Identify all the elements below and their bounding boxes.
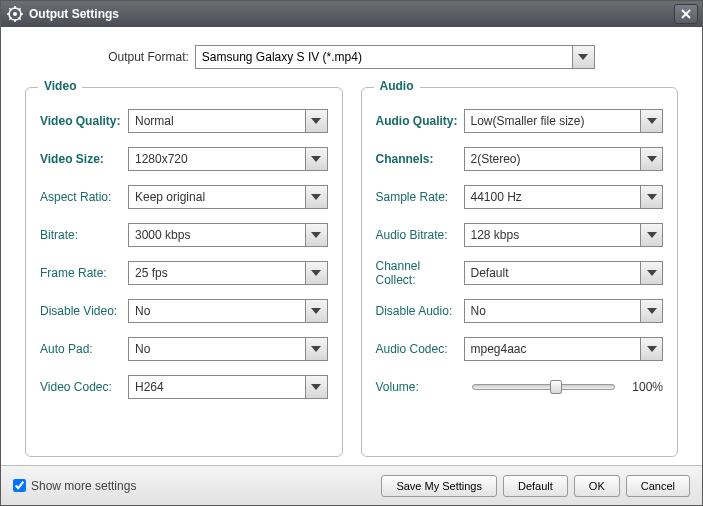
audio-quality-row: Audio Quality: Low(Smaller file size) <box>376 102 664 140</box>
disable-audio-label: Disable Audio: <box>376 304 464 318</box>
video-quality-row: Video Quality: Normal <box>40 102 328 140</box>
aspect-ratio-row: Aspect Ratio: Keep original <box>40 178 328 216</box>
frame-rate-label: Frame Rate: <box>40 266 128 280</box>
output-format-label: Output Format: <box>108 50 189 64</box>
chevron-down-icon <box>305 376 327 398</box>
chevron-down-icon <box>305 110 327 132</box>
video-legend: Video <box>38 79 82 93</box>
disable-video-label: Disable Video: <box>40 304 128 318</box>
volume-value: 100% <box>623 380 663 394</box>
audio-fieldset: Audio Audio Quality: Low(Smaller file si… <box>361 87 679 457</box>
chevron-down-icon <box>305 262 327 284</box>
window-title: Output Settings <box>29 7 674 21</box>
chevron-down-icon <box>305 338 327 360</box>
show-more-checkbox[interactable] <box>13 479 26 492</box>
auto-pad-value: No <box>135 342 150 356</box>
content-area: Output Format: Samsung Galaxy S IV (*.mp… <box>1 27 702 465</box>
frame-rate-select[interactable]: 25 fps <box>128 261 328 285</box>
video-quality-value: Normal <box>135 114 174 128</box>
auto-pad-select[interactable]: No <box>128 337 328 361</box>
audio-quality-select[interactable]: Low(Smaller file size) <box>464 109 664 133</box>
channels-value: 2(Stereo) <box>471 152 521 166</box>
aspect-ratio-label: Aspect Ratio: <box>40 190 128 204</box>
video-quality-select[interactable]: Normal <box>128 109 328 133</box>
audio-bitrate-label: Audio Bitrate: <box>376 228 464 242</box>
gear-icon <box>7 6 23 22</box>
sample-rate-label: Sample Rate: <box>376 190 464 204</box>
audio-quality-label: Audio Quality: <box>376 114 464 128</box>
titlebar: Output Settings <box>1 1 702 27</box>
disable-video-row: Disable Video: No <box>40 292 328 330</box>
video-codec-row: Video Codec: H264 <box>40 368 328 406</box>
audio-codec-row: Audio Codec: mpeg4aac <box>376 330 664 368</box>
audio-bitrate-value: 128 kbps <box>471 228 520 242</box>
video-bitrate-label: Bitrate: <box>40 228 128 242</box>
chevron-down-icon <box>640 338 662 360</box>
video-size-value: 1280x720 <box>135 152 188 166</box>
auto-pad-label: Auto Pad: <box>40 342 128 356</box>
video-bitrate-value: 3000 kbps <box>135 228 190 242</box>
disable-video-select[interactable]: No <box>128 299 328 323</box>
video-size-label: Video Size: <box>40 152 128 166</box>
disable-audio-value: No <box>471 304 486 318</box>
audio-codec-select[interactable]: mpeg4aac <box>464 337 664 361</box>
cancel-button[interactable]: Cancel <box>626 475 690 497</box>
video-codec-value: H264 <box>135 380 164 394</box>
volume-label: Volume: <box>376 380 464 394</box>
video-size-row: Video Size: 1280x720 <box>40 140 328 178</box>
svg-point-1 <box>13 12 17 16</box>
frame-rate-value: 25 fps <box>135 266 168 280</box>
save-my-settings-button[interactable]: Save My Settings <box>381 475 497 497</box>
channel-collect-select[interactable]: Default <box>464 261 664 285</box>
audio-quality-value: Low(Smaller file size) <box>471 114 585 128</box>
footer: Show more settings Save My Settings Defa… <box>1 465 702 505</box>
show-more-label: Show more settings <box>31 479 136 493</box>
chevron-down-icon <box>640 186 662 208</box>
ok-button[interactable]: OK <box>574 475 620 497</box>
sample-rate-value: 44100 Hz <box>471 190 522 204</box>
aspect-ratio-value: Keep original <box>135 190 205 204</box>
aspect-ratio-select[interactable]: Keep original <box>128 185 328 209</box>
channels-row: Channels: 2(Stereo) <box>376 140 664 178</box>
close-icon <box>680 8 692 20</box>
chevron-down-icon <box>572 46 594 68</box>
volume-thumb[interactable] <box>550 380 562 394</box>
close-button[interactable] <box>674 4 698 24</box>
output-settings-window: Output Settings Output Format: Samsung G… <box>0 0 703 506</box>
video-size-select[interactable]: 1280x720 <box>128 147 328 171</box>
channels-select[interactable]: 2(Stereo) <box>464 147 664 171</box>
sample-rate-row: Sample Rate: 44100 Hz <box>376 178 664 216</box>
output-format-row: Output Format: Samsung Galaxy S IV (*.mp… <box>25 45 678 69</box>
default-button[interactable]: Default <box>503 475 568 497</box>
sample-rate-select[interactable]: 44100 Hz <box>464 185 664 209</box>
volume-slider[interactable] <box>472 384 616 390</box>
channel-collect-row: Channel Collect: Default <box>376 254 664 292</box>
output-format-select[interactable]: Samsung Galaxy S IV (*.mp4) <box>195 45 595 69</box>
video-codec-select[interactable]: H264 <box>128 375 328 399</box>
video-codec-label: Video Codec: <box>40 380 128 394</box>
disable-video-value: No <box>135 304 150 318</box>
show-more-settings[interactable]: Show more settings <box>13 479 136 493</box>
chevron-down-icon <box>305 224 327 246</box>
frame-rate-row: Frame Rate: 25 fps <box>40 254 328 292</box>
audio-bitrate-row: Audio Bitrate: 128 kbps <box>376 216 664 254</box>
video-fieldset: Video Video Quality: Normal Video Size: … <box>25 87 343 457</box>
channel-collect-value: Default <box>471 266 509 280</box>
video-quality-label: Video Quality: <box>40 114 128 128</box>
audio-legend: Audio <box>374 79 420 93</box>
chevron-down-icon <box>305 148 327 170</box>
columns: Video Video Quality: Normal Video Size: … <box>25 87 678 457</box>
channels-label: Channels: <box>376 152 464 166</box>
chevron-down-icon <box>305 186 327 208</box>
output-format-value: Samsung Galaxy S IV (*.mp4) <box>202 50 362 64</box>
disable-audio-select[interactable]: No <box>464 299 664 323</box>
video-bitrate-select[interactable]: 3000 kbps <box>128 223 328 247</box>
chevron-down-icon <box>640 300 662 322</box>
video-bitrate-row: Bitrate: 3000 kbps <box>40 216 328 254</box>
audio-codec-label: Audio Codec: <box>376 342 464 356</box>
volume-row: Volume: 100% <box>376 368 664 406</box>
channel-collect-label: Channel Collect: <box>376 259 464 287</box>
audio-bitrate-select[interactable]: 128 kbps <box>464 223 664 247</box>
audio-codec-value: mpeg4aac <box>471 342 527 356</box>
disable-audio-row: Disable Audio: No <box>376 292 664 330</box>
